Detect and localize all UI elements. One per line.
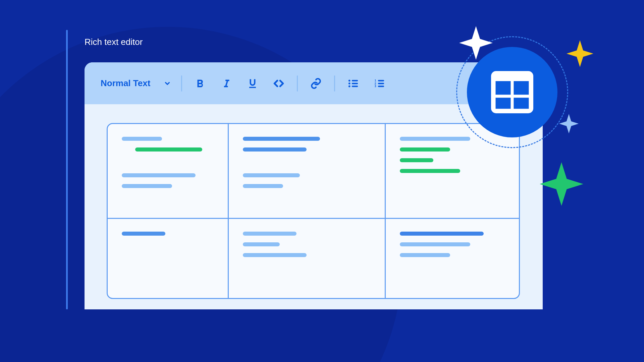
table-cell[interactable]: [229, 219, 386, 298]
content-line: [122, 173, 196, 177]
editor-table[interactable]: [107, 123, 520, 299]
code-icon: [273, 78, 284, 89]
accent-bar: [66, 30, 68, 309]
content-line: [243, 184, 283, 188]
content-line: [400, 253, 450, 257]
table-cell[interactable]: [386, 219, 519, 298]
svg-rect-3: [352, 80, 358, 81]
numbered-list-icon: 123: [374, 78, 385, 89]
content-line: [400, 158, 433, 162]
svg-point-0: [348, 79, 351, 81]
sparkle-icon: [567, 40, 593, 67]
svg-rect-10: [378, 82, 384, 84]
toolbar-divider: [334, 75, 335, 92]
bold-button[interactable]: [192, 75, 208, 92]
page-title: Rich text editor: [85, 37, 143, 47]
table-cell[interactable]: [108, 219, 229, 298]
text-style-label: Normal Text: [101, 78, 150, 88]
svg-point-1: [348, 82, 351, 84]
chevron-down-icon: [164, 80, 171, 87]
content-line: [243, 253, 307, 257]
numbered-list-button[interactable]: 123: [371, 75, 387, 92]
link-icon: [310, 78, 322, 89]
italic-icon: [221, 78, 232, 89]
content-line: [400, 232, 484, 236]
svg-point-2: [348, 85, 351, 87]
svg-rect-11: [378, 85, 384, 87]
content-line: [122, 232, 165, 236]
content-line: [135, 147, 202, 152]
svg-rect-5: [352, 85, 358, 87]
content-line: [243, 173, 300, 177]
underline-icon: [247, 78, 258, 89]
table-badge: [467, 47, 557, 137]
content-line: [243, 242, 280, 246]
content-line: [243, 232, 297, 236]
content-line: [400, 169, 460, 173]
bullet-list-icon: [347, 78, 359, 89]
svg-rect-15: [496, 98, 511, 109]
svg-text:3: 3: [375, 84, 376, 88]
bullet-list-button[interactable]: [345, 75, 361, 92]
svg-rect-16: [514, 98, 529, 109]
content-line: [122, 184, 172, 188]
svg-rect-9: [378, 80, 384, 81]
table-icon: [487, 67, 537, 117]
content-line: [243, 137, 320, 141]
sparkle-icon: [459, 26, 493, 60]
svg-rect-4: [352, 82, 358, 84]
underline-button[interactable]: [245, 75, 261, 92]
table-cell[interactable]: [229, 124, 386, 219]
toolbar-divider: [297, 75, 298, 92]
italic-button[interactable]: [218, 75, 234, 92]
content-line: [400, 137, 470, 141]
toolbar-divider: [181, 75, 182, 92]
text-style-dropdown[interactable]: Normal Text: [101, 78, 171, 88]
svg-rect-14: [514, 81, 529, 95]
content-line: [400, 147, 450, 152]
code-button[interactable]: [271, 75, 287, 92]
content-line: [400, 242, 470, 246]
link-button[interactable]: [308, 75, 324, 92]
table-cell[interactable]: [108, 124, 229, 219]
sparkle-icon: [559, 114, 579, 133]
content-line: [122, 137, 162, 141]
svg-rect-13: [496, 81, 511, 95]
bold-icon: [195, 78, 206, 89]
sparkle-icon: [540, 162, 583, 206]
content-line: [243, 147, 307, 152]
